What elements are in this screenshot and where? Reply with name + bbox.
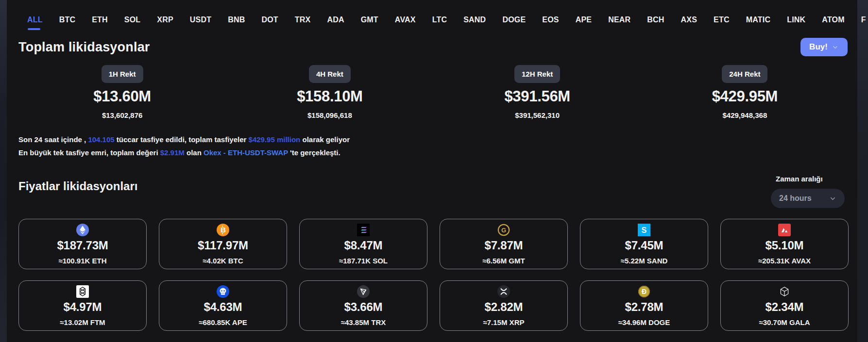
liquidation-card-xrp[interactable]: $2.82M ≈7.15M XRP xyxy=(440,280,568,331)
nav-item-sand[interactable]: SAND xyxy=(463,16,486,24)
liquidation-card-sand[interactable]: $7.45M ≈5.22M SAND xyxy=(580,219,708,269)
time-range-label: Zaman aralığı xyxy=(771,175,845,183)
xrp-icon xyxy=(497,285,510,298)
time-range-select[interactable]: 24 hours xyxy=(771,189,845,208)
coin-filter-bar: ALL BTC ETH SOL XRP USDT BNB DOT TRX ADA… xyxy=(18,0,849,25)
nav-item-all[interactable]: ALL xyxy=(27,16,43,24)
nav-item-link[interactable]: LINK xyxy=(787,16,805,24)
stat-value-4h: $158.10M xyxy=(226,88,433,105)
nav-item-gmt[interactable]: GMT xyxy=(361,16,378,24)
total-liquidations-stats: 1H Rekt $13.60M $13,602,876 4H Rekt $158… xyxy=(18,65,849,119)
nav-item-f[interactable]: F xyxy=(861,16,866,24)
stat-1h: 1H Rekt $13.60M $13,602,876 xyxy=(18,65,226,119)
nav-item-doge[interactable]: DOGE xyxy=(502,16,526,24)
stat-exact-24h: $429,948,368 xyxy=(641,111,849,119)
stat-24h: 24H Rekt $429.95M $429,948,368 xyxy=(641,65,849,119)
btc-icon xyxy=(217,224,229,236)
nav-item-axs[interactable]: AXS xyxy=(681,16,698,24)
nav-item-atom[interactable]: ATOM xyxy=(822,16,844,24)
nav-item-avax[interactable]: AVAX xyxy=(395,16,416,24)
stat-badge-1h: 1H Rekt xyxy=(102,65,143,83)
avax-icon xyxy=(778,224,791,236)
stat-4h: 4H Rekt $158.10M $158,096,618 xyxy=(226,65,433,119)
nav-item-ada[interactable]: ADA xyxy=(327,16,344,24)
liquidation-card-gmt[interactable]: $7.87M ≈6.56M GMT xyxy=(440,219,568,269)
chevron-down-icon xyxy=(832,44,839,51)
liquidation-card-eth[interactable]: $187.73M ≈100.91K ETH xyxy=(18,219,147,269)
stat-exact-12h: $391,562,310 xyxy=(434,111,641,119)
stat-value-1h: $13.60M xyxy=(18,88,226,105)
ftm-icon xyxy=(76,285,89,298)
nav-item-trx[interactable]: TRX xyxy=(295,16,311,24)
gmt-icon xyxy=(497,224,510,236)
liquidation-card-sol[interactable]: $8.47M ≈187.71K SOL xyxy=(299,219,427,269)
scrollbar-track[interactable] xyxy=(857,0,868,342)
nav-item-xrp[interactable]: XRP xyxy=(157,16,173,24)
trx-icon xyxy=(357,285,370,298)
liquidation-card-btc[interactable]: $117.97M ≈4.02K BTC xyxy=(159,219,287,269)
liquidations-page: ALL BTC ETH SOL XRP USDT BNB DOT TRX ADA… xyxy=(7,0,857,342)
total-liquidated-amount: $429.95 million xyxy=(249,135,301,144)
price-liquidations-grid: $187.73M ≈100.91K ETH $117.97M ≈4.02K BT… xyxy=(18,219,849,331)
exchange-pair-link[interactable]: Okex - ETH-USDT-SWAP xyxy=(204,148,288,157)
nav-item-sol[interactable]: SOL xyxy=(124,16,141,24)
nav-item-eos[interactable]: EOS xyxy=(542,16,559,24)
nav-item-near[interactable]: NEAR xyxy=(608,16,630,24)
chevron-down-icon xyxy=(829,195,836,202)
buy-button[interactable]: Buy! xyxy=(800,38,848,56)
liquidation-card-gala[interactable]: $2.34M ≈30.70M GALA xyxy=(720,280,849,331)
liquidation-card-ape[interactable]: $4.63M ≈680.85K APE xyxy=(159,280,287,331)
stat-exact-4h: $158,096,618 xyxy=(226,111,433,119)
nav-item-btc[interactable]: BTC xyxy=(59,16,75,24)
ape-icon xyxy=(217,285,229,298)
nav-item-etc[interactable]: ETC xyxy=(714,16,730,24)
left-edge-panel xyxy=(0,0,7,342)
time-range-value: 24 hours xyxy=(779,194,812,203)
summary-text: Son 24 saat içinde , 104.105 tüccar tasf… xyxy=(18,133,849,159)
stat-12h: 12H Rekt $391.56M $391,562,310 xyxy=(434,65,641,119)
doge-icon xyxy=(638,285,650,298)
nav-item-ltc[interactable]: LTC xyxy=(432,16,447,24)
nav-item-ape[interactable]: APE xyxy=(576,16,592,24)
eth-icon xyxy=(76,224,89,236)
nav-item-eth[interactable]: ETH xyxy=(92,16,108,24)
liquidation-card-doge[interactable]: $2.78M ≈34.96M DOGE xyxy=(580,280,708,331)
stat-value-12h: $391.56M xyxy=(434,88,641,105)
stat-value-24h: $429.95M xyxy=(641,88,849,105)
stat-badge-12h: 12H Rekt xyxy=(514,65,560,83)
sand-icon xyxy=(638,224,650,236)
nav-item-dot[interactable]: DOT xyxy=(261,16,278,24)
stat-badge-24h: 24H Rekt xyxy=(722,65,767,83)
stat-badge-4h: 4H Rekt xyxy=(309,65,351,83)
summary-line-1: Son 24 saat içinde , 104.105 tüccar tasf… xyxy=(18,133,849,146)
liquidation-card-avax[interactable]: $5.10M ≈205.31K AVAX xyxy=(720,219,849,269)
nav-item-bnb[interactable]: BNB xyxy=(228,16,245,24)
gala-icon xyxy=(778,285,791,298)
page-title: Toplam likidasyonlar xyxy=(18,40,150,55)
trader-count: 104.105 xyxy=(88,135,114,144)
buy-button-label: Buy! xyxy=(809,42,828,52)
nav-item-matic[interactable]: MATIC xyxy=(746,16,770,24)
summary-line-2: En büyük tek tasfiye emri, toplam değeri… xyxy=(18,146,849,159)
sol-icon xyxy=(357,224,370,236)
section-title: Fiyatlar likidasyonları xyxy=(18,179,137,193)
nav-item-bch[interactable]: BCH xyxy=(647,16,664,24)
liquidation-card-trx[interactable]: $3.66M ≈43.85M TRX xyxy=(299,280,427,331)
stat-exact-1h: $13,602,876 xyxy=(18,111,226,119)
nav-item-usdt[interactable]: USDT xyxy=(190,16,211,24)
largest-order-value: $2.91M xyxy=(160,148,185,157)
liquidation-card-ftm[interactable]: $4.97M ≈13.02M FTM xyxy=(18,280,147,331)
